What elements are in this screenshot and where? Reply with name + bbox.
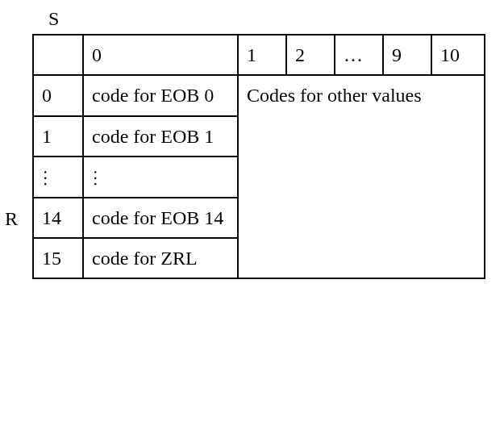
table-row: 0 code for EOB 0 Codes for other values <box>33 75 485 115</box>
axis-label-s: S <box>48 8 59 30</box>
cell-other-values: Codes for other values <box>238 75 485 278</box>
row-label-0: 0 <box>33 75 83 115</box>
cell-zrl: code for ZRL <box>83 238 238 278</box>
col-1: 1 <box>238 35 286 75</box>
axis-label-r: R <box>5 208 18 230</box>
cell-vdots: … <box>83 157 238 197</box>
col-2: 2 <box>286 35 335 75</box>
cell-eob-14: code for EOB 14 <box>83 198 238 238</box>
header-stub <box>33 35 83 75</box>
col-dots: … <box>335 35 383 75</box>
cell-eob-1: code for EOB 1 <box>83 116 238 157</box>
col-10: 10 <box>431 35 485 75</box>
vdots-icon: … <box>38 169 62 189</box>
header-row: 0 1 2 … 9 10 <box>33 35 485 75</box>
row-label-15: 15 <box>33 238 83 278</box>
row-label-vdots: … <box>33 157 83 197</box>
vdots-icon: … <box>88 169 112 189</box>
row-label-14: 14 <box>33 198 83 238</box>
code-table: 0 1 2 … 9 10 0 code for EOB 0 Codes for … <box>32 34 485 279</box>
col-9: 9 <box>383 35 431 75</box>
row-label-1: 1 <box>33 116 83 157</box>
diagram-root: S R 0 1 2 … 9 10 0 code for EOB 0 Codes … <box>0 0 504 430</box>
col-0: 0 <box>83 35 238 75</box>
cell-eob-0: code for EOB 0 <box>83 75 238 115</box>
